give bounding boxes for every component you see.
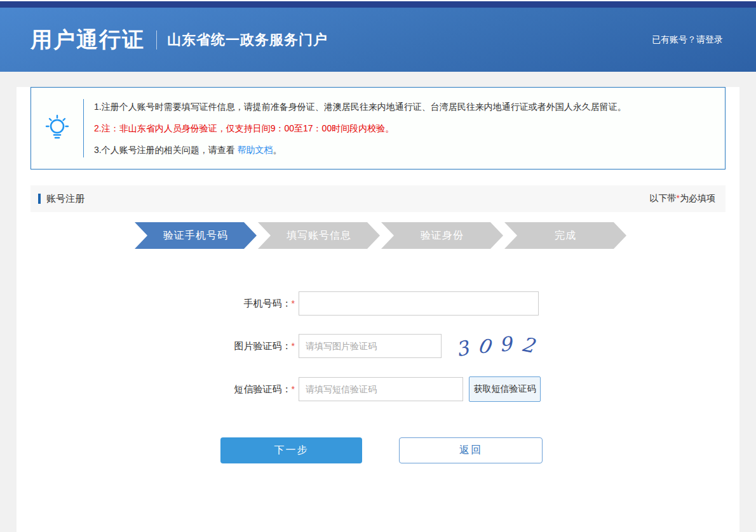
lightbulb-icon	[31, 114, 83, 143]
phone-label: 手机号码：*	[210, 298, 299, 310]
page-header: 用户通行证 山东省统一政务服务门户 已有账号？请登录	[0, 8, 756, 72]
section-title-group: 账号注册	[38, 193, 84, 205]
phone-row: 手机号码：*	[210, 291, 739, 316]
step-indicator: 验证手机号码 填写账号信息 验证身份 完成	[135, 222, 739, 249]
sms-input[interactable]	[299, 377, 463, 401]
phone-required-star: *	[292, 298, 295, 309]
notice-box: 1.注册个人账号时需要填写证件信息，请提前准备身份证、港澳居民往来内地通行证、台…	[30, 87, 726, 170]
get-sms-code-button[interactable]: 获取短信验证码	[469, 376, 541, 402]
section-title: 账号注册	[46, 193, 84, 205]
section-marker	[38, 194, 41, 204]
step-account-info: 填写账号信息	[258, 222, 380, 249]
captcha-required-star: *	[292, 341, 295, 351]
sms-required-star: *	[292, 384, 295, 394]
portal-subtitle: 山东省统一政务服务门户	[167, 30, 328, 50]
back-button[interactable]: 返回	[399, 437, 543, 463]
top-navy-strip	[0, 1, 756, 8]
notice-line-3-text: 3.个人账号注册的相关问题，请查看	[94, 145, 238, 155]
notice-line-3: 3.个人账号注册的相关问题，请查看 帮助文档。	[94, 139, 626, 161]
registration-form: 手机号码：* 图片验证码：* 3092 短信验证码：* 获取短信验证码 下一步 …	[17, 291, 739, 463]
notice-line-1: 1.注册个人账号时需要填写证件信息，请提前准备身份证、港澳居民往来内地通行证、台…	[94, 96, 626, 117]
login-link[interactable]: 已有账号？请登录	[652, 34, 723, 46]
notice-line-2: 2.注：非山东省内人员身份验证，仅支持日间9：00至17：00时间段内校验。	[94, 117, 626, 139]
captcha-label-text: 图片验证码：	[234, 340, 292, 351]
required-note-suffix: 为必填项	[680, 193, 715, 203]
next-step-button[interactable]: 下一步	[220, 437, 362, 463]
captcha-input[interactable]	[299, 334, 442, 358]
step-verify-identity: 验证身份	[381, 222, 503, 249]
help-doc-link[interactable]: 帮助文档	[238, 145, 273, 155]
phone-input[interactable]	[299, 291, 539, 316]
required-note-prefix: 以下带	[650, 193, 677, 203]
section-header: 账号注册 以下带*为必填项	[30, 185, 726, 212]
content-card: 1.注册个人账号时需要填写证件信息，请提前准备身份证、港澳居民往来内地通行证、台…	[17, 87, 739, 532]
sms-row: 短信验证码：* 获取短信验证码	[210, 376, 739, 402]
required-note: 以下带*为必填项	[650, 193, 715, 204]
brand-divider	[156, 30, 157, 50]
step-verify-phone: 验证手机号码	[135, 222, 257, 249]
phone-label-text: 手机号码：	[244, 298, 292, 309]
form-buttons: 下一步 返回	[220, 437, 739, 463]
notice-text: 1.注册个人账号时需要填写证件信息，请提前准备身份证、港澳居民往来内地通行证、台…	[84, 96, 626, 161]
step-complete: 完成	[504, 222, 626, 249]
captcha-label: 图片验证码：*	[210, 340, 299, 352]
notice-line-3-suffix: 。	[273, 145, 282, 155]
captcha-image[interactable]: 3092	[456, 335, 534, 357]
captcha-row: 图片验证码：* 3092	[210, 334, 739, 358]
page-title: 用户通行证	[30, 25, 145, 55]
brand: 用户通行证 山东省统一政务服务门户	[30, 25, 328, 55]
sms-label: 短信验证码：*	[210, 383, 299, 396]
sms-label-text: 短信验证码：	[234, 383, 292, 394]
